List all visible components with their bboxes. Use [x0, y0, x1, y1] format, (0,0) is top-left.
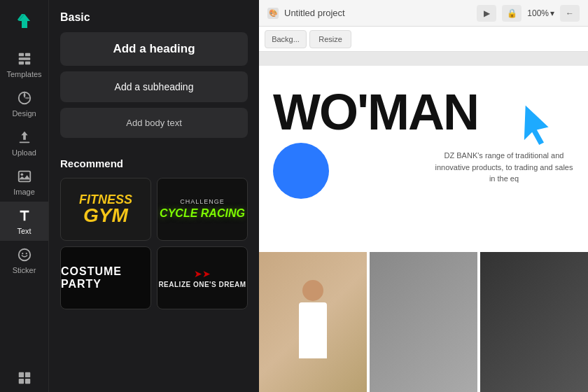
- svg-rect-2: [18, 57, 30, 60]
- svg-rect-15: [24, 379, 29, 384]
- sidebar: Templates Design Upload: [0, 0, 49, 392]
- text-panel: Basic Add a heading Add a subheading Add…: [49, 0, 259, 392]
- photo-crowd: [370, 252, 477, 392]
- sidebar-item-label: Design: [12, 109, 36, 118]
- svg-point-11: [25, 253, 27, 254]
- sidebar-item-sticker[interactable]: Sticker: [0, 241, 48, 280]
- canvas-photo-area: [259, 252, 588, 392]
- cycle-main-text: CYCLE RACING: [160, 207, 245, 220]
- sidebar-item-label: Upload: [12, 148, 36, 157]
- svg-rect-1: [24, 53, 29, 57]
- zoom-chevron-icon: ▾: [550, 8, 554, 18]
- canvas-document-area: WO'MAN DZ BANK's range of traditional an…: [259, 52, 588, 392]
- sidebar-item-label: Sticker: [13, 266, 36, 274]
- project-title: Untitled project: [284, 8, 345, 18]
- canvas-blue-circle: [273, 143, 329, 199]
- lock-button[interactable]: 🔒: [502, 5, 522, 22]
- template-realize-dream[interactable]: ➤➤ REALIZE ONE'S DREAM: [157, 246, 248, 309]
- sidebar-item-image[interactable]: Image: [0, 162, 48, 202]
- app-logo[interactable]: [12, 8, 37, 34]
- cycle-challenge-text: CHALLENGE: [180, 199, 225, 206]
- photo-dark: [480, 252, 588, 392]
- sidebar-item-more[interactable]: [0, 364, 48, 392]
- template-grid: FITNESS GYM CHALLENGE CYCLE RACING COSTU…: [60, 178, 248, 309]
- template-fitness-gym[interactable]: FITNESS GYM: [60, 178, 151, 241]
- sidebar-item-text[interactable]: Text: [0, 202, 48, 241]
- svg-rect-4: [24, 62, 29, 65]
- fitness-bottom-text: GYM: [83, 206, 128, 225]
- svg-rect-6: [19, 141, 29, 143]
- svg-point-8: [20, 173, 23, 176]
- template-costume-party[interactable]: COSTUME PARTY: [60, 246, 151, 309]
- canvas-toolbar: Backg... Resize: [259, 27, 588, 52]
- sidebar-item-design[interactable]: Design: [0, 84, 48, 123]
- design-icon: [16, 90, 33, 106]
- photo-woman: [259, 252, 367, 392]
- template-cycle-racing[interactable]: CHALLENGE CYCLE RACING: [157, 178, 248, 241]
- zoom-display: 100% ▾: [527, 8, 554, 18]
- realize-arrows-icon: ➤➤: [194, 268, 211, 279]
- canvas-body-text: DZ BANK's range of traditional and innov…: [434, 150, 574, 185]
- resize-button[interactable]: Resize: [309, 30, 351, 48]
- sidebar-item-label: Text: [17, 227, 31, 235]
- browser-bar: 🎨 Untitled project ▶ 🔒 100% ▾ ←: [259, 0, 588, 27]
- background-button[interactable]: Backg...: [265, 30, 307, 48]
- canvas-doc: WO'MAN DZ BANK's range of traditional an…: [259, 66, 588, 392]
- main-canvas-area: 🎨 Untitled project ▶ 🔒 100% ▾ ← Backg...…: [259, 0, 588, 392]
- sidebar-item-label: Templates: [6, 70, 41, 78]
- svg-rect-7: [18, 172, 30, 182]
- costume-text: COSTUME PARTY: [61, 265, 150, 290]
- play-button[interactable]: ▶: [477, 5, 496, 22]
- browser-controls: ▶ 🔒 100% ▾ ←: [477, 5, 580, 22]
- back-button[interactable]: ←: [560, 5, 580, 22]
- svg-rect-3: [18, 62, 23, 65]
- sidebar-item-label: Image: [13, 188, 35, 196]
- templates-icon: [16, 50, 33, 67]
- svg-point-10: [22, 253, 23, 254]
- image-icon: [16, 168, 33, 185]
- svg-rect-0: [18, 53, 23, 57]
- sticker-icon: [16, 246, 33, 263]
- sidebar-item-templates[interactable]: Templates: [0, 45, 48, 84]
- favicon: 🎨: [267, 8, 279, 19]
- recommend-title: Recommend: [60, 158, 248, 169]
- svg-rect-13: [24, 372, 29, 377]
- add-body-button[interactable]: Add body text: [60, 108, 248, 138]
- sidebar-item-upload[interactable]: Upload: [0, 123, 48, 162]
- svg-point-9: [18, 249, 30, 261]
- add-heading-button[interactable]: Add a heading: [60, 32, 248, 66]
- svg-rect-12: [18, 372, 23, 377]
- svg-rect-14: [18, 379, 23, 384]
- canvas-hero-text: WO'MAN: [259, 66, 588, 137]
- basic-section-title: Basic: [60, 11, 248, 24]
- text-icon: [16, 207, 33, 224]
- add-subheading-button[interactable]: Add a subheading: [60, 71, 248, 102]
- realize-text: REALIZE ONE'S DREAM: [158, 281, 246, 288]
- recommend-section: Recommend FITNESS GYM CHALLENGE CYCLE RA…: [60, 158, 248, 309]
- upload-icon: [16, 129, 33, 146]
- more-icon: [16, 370, 33, 386]
